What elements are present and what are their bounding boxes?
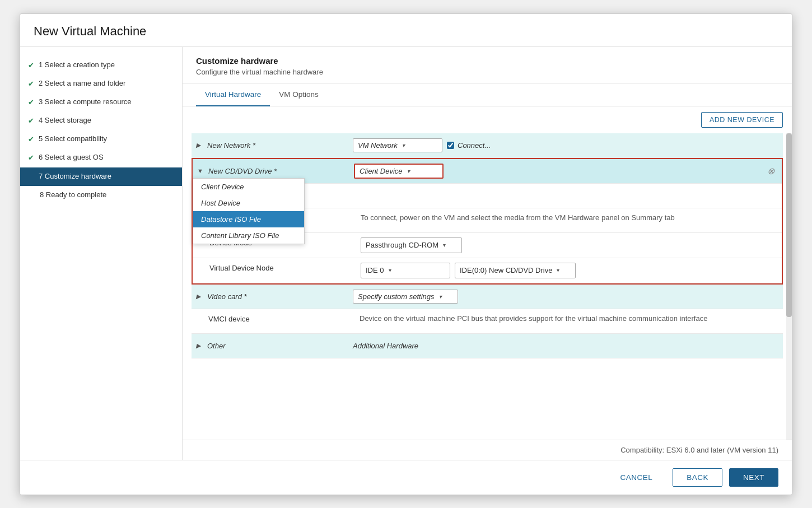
tab-vm-options[interactable]: VM Options [270, 83, 328, 106]
cddvd-section-wrapper: ▼ New CD/DVD Drive * Client Device ▾ Cli… [192, 158, 783, 285]
new-network-row: ▶ New Network * VM Network ▾ Connect... [192, 133, 783, 158]
caret-ide0: ▾ [389, 267, 391, 274]
scrollbar-thumb [786, 133, 792, 317]
modal-header: New Virtual Machine [20, 14, 792, 47]
ide-selects: IDE 0 ▾ IDE(0:0) New CD/DVD Drive ▾ [361, 263, 777, 278]
cddvd-media-value: To connect, power on the VM and select t… [361, 213, 777, 223]
connect-checkbox-wrap: Connect... [447, 141, 491, 150]
cddvd-dropdown-menu: Client Device Host Device Datastore ISO … [193, 178, 305, 244]
scrollbar-track[interactable] [786, 133, 792, 440]
sidebar-item-label: 1 Select a creation type [39, 60, 115, 70]
video-card-text: Video card * [207, 292, 247, 301]
caret-device-mode: ▾ [443, 241, 446, 249]
check-icon: ✔ [28, 134, 34, 145]
video-card-select[interactable]: Specify custom settings ▾ [353, 290, 458, 304]
next-button[interactable]: NEXT [729, 468, 778, 487]
hardware-table: ▶ New Network * VM Network ▾ Connect... [183, 133, 792, 440]
cddvd-select[interactable]: Client Device ▾ [354, 164, 444, 179]
sidebar-item-label: 7 Customize hardware [39, 171, 111, 181]
other-label: ▶ Other [196, 342, 353, 350]
cancel-button[interactable]: CANCEL [606, 469, 666, 486]
tabs-bar: Virtual HardwareVM Options [183, 83, 792, 106]
connect-checkbox[interactable] [447, 142, 454, 149]
dropdown-datastore-iso[interactable]: Datastore ISO File [193, 211, 304, 227]
caret-icon: ▾ [402, 142, 405, 148]
other-text: Other [207, 342, 226, 350]
sidebar-item-label: 2 Select a name and folder [39, 78, 125, 88]
sidebar-item-step5[interactable]: ✔5 Select compatibility [20, 130, 182, 148]
toolbar: ADD NEW DEVICE [183, 106, 792, 133]
vmci-value: Device on the virtual machine PCI bus th… [360, 314, 778, 324]
expand-icon[interactable]: ▶ [196, 142, 204, 149]
new-network-value: VM Network ▾ Connect... [353, 138, 778, 152]
connect-label: Connect... [458, 141, 491, 150]
sidebar-item-step7[interactable]: ✔7 Customize hardware [20, 167, 182, 186]
sidebar-item-label: 5 Select compatibility [39, 134, 107, 144]
dropdown-host-device[interactable]: Host Device [193, 195, 304, 211]
tab-virtual-hardware[interactable]: Virtual Hardware [196, 83, 270, 106]
close-cddvd-button[interactable]: ⊗ [764, 166, 777, 176]
step-subtitle: Configure the virtual machine hardware [196, 68, 778, 76]
vmci-label: VMCI device [208, 314, 360, 323]
dropdown-content-library-iso[interactable]: Content Library ISO File [193, 227, 304, 244]
video-card-row: ▶ Video card * Specify custom settings ▾ [192, 285, 783, 309]
check-icon: ✔ [28, 153, 34, 163]
cddvd-row: ▼ New CD/DVD Drive * Client Device ▾ Cli… [193, 159, 782, 184]
cddvd-value: Client Device ▾ Client Device Host Devic… [354, 164, 764, 179]
dropdown-client-device[interactable]: Client Device [193, 179, 304, 195]
video-card-label: ▶ Video card * [196, 292, 353, 301]
device-mode-value: Passthrough CD-ROM ▾ [361, 237, 777, 253]
other-value: Additional Hardware [353, 342, 778, 350]
sidebar-item-step6[interactable]: ✔6 Select a guest OS [20, 148, 182, 167]
caret-icon-cddvd: ▾ [407, 168, 410, 174]
step-title: Customize hardware [196, 56, 778, 66]
cddvd-text: New CD/DVD Drive * [208, 167, 277, 175]
new-network-text: New Network * [207, 141, 255, 150]
modal-body: ✔1 Select a creation type✔2 Select a nam… [20, 47, 792, 460]
network-select[interactable]: VM Network ▾ [353, 138, 442, 152]
sidebar-item-label: 6 Select a guest OS [39, 152, 104, 162]
sidebar-item-step8[interactable]: 8 Ready to complete [20, 186, 182, 204]
caret-video: ▾ [439, 293, 442, 300]
ide-select-node[interactable]: IDE(0:0) New CD/DVD Drive ▾ [455, 263, 576, 278]
new-vm-modal: New Virtual Machine ✔1 Select a creation… [20, 13, 792, 495]
add-device-button[interactable]: ADD NEW DEVICE [701, 112, 783, 128]
modal-title: New Virtual Machine [34, 24, 778, 39]
expand-icon-other[interactable]: ▶ [196, 342, 204, 349]
check-icon: ✔ [28, 116, 34, 126]
sidebar-item-step1[interactable]: ✔1 Select a creation type [20, 56, 182, 74]
video-card-value: Specify custom settings ▾ [353, 290, 778, 304]
virtual-device-node-label: Virtual Device Node [209, 263, 361, 272]
modal-footer: CANCEL BACK NEXT [20, 460, 792, 495]
check-icon: ✔ [28, 60, 34, 71]
expand-icon-cddvd[interactable]: ▼ [197, 167, 205, 174]
caret-ide-node: ▾ [557, 267, 559, 274]
expand-icon-video[interactable]: ▶ [196, 293, 204, 300]
cddvd-label: ▼ New CD/DVD Drive * [197, 167, 354, 175]
content-header: Customize hardware Configure the virtual… [183, 47, 792, 83]
content-area: Customize hardware Configure the virtual… [183, 47, 792, 460]
sidebar: ✔1 Select a creation type✔2 Select a nam… [20, 47, 183, 460]
compatibility-text: Compatibility: ESXi 6.0 and later (VM ve… [620, 446, 778, 454]
sidebar-item-step3[interactable]: ✔3 Select a compute resource [20, 93, 182, 111]
sidebar-item-step2[interactable]: ✔2 Select a name and folder [20, 74, 182, 93]
sidebar-item-label: 3 Select a compute resource [39, 97, 131, 107]
sidebar-item-label: 4 Select storage [39, 115, 91, 125]
device-mode-select[interactable]: Passthrough CD-ROM ▾ [361, 237, 462, 253]
virtual-device-node-row: Virtual Device Node IDE 0 ▾ IDE(0:0) New… [193, 258, 782, 283]
compatibility-bar: Compatibility: ESXi 6.0 and later (VM ve… [183, 440, 792, 460]
vmci-row: VMCI device Device on the virtual machin… [192, 309, 783, 334]
check-icon: ✔ [28, 97, 34, 108]
ide-select-0[interactable]: IDE 0 ▾ [361, 263, 450, 278]
sidebar-item-label: 8 Ready to complete [40, 190, 106, 200]
back-button[interactable]: BACK [673, 468, 722, 487]
sidebar-item-step4[interactable]: ✔4 Select storage [20, 111, 182, 130]
virtual-device-node-value: IDE 0 ▾ IDE(0:0) New CD/DVD Drive ▾ [361, 263, 777, 278]
new-network-label: ▶ New Network * [196, 141, 353, 150]
check-icon: ✔ [28, 79, 34, 89]
other-row: ▶ Other Additional Hardware [192, 334, 783, 358]
